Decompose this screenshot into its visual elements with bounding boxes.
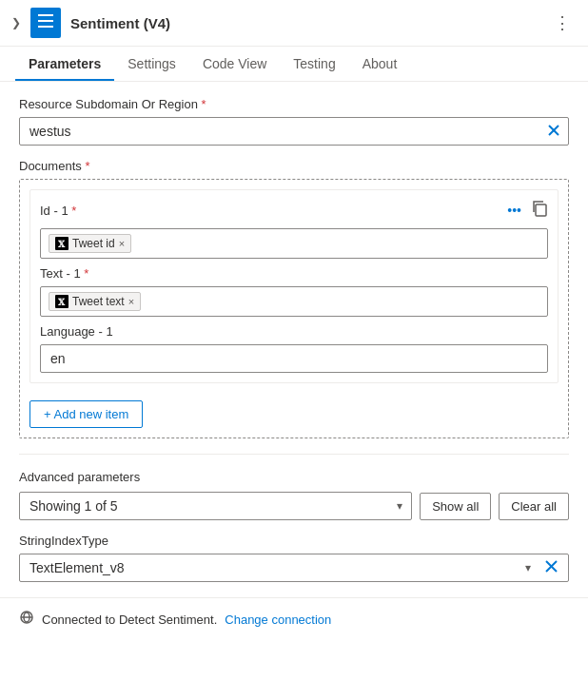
tag-icon: 𝕏	[55, 237, 69, 250]
string-index-select[interactable]: TextElement_v8	[19, 554, 569, 582]
doc-header: Id - 1 * •••	[40, 200, 548, 221]
id-tag-input[interactable]: 𝕏 Tweet id ×	[40, 228, 548, 259]
documents-label: Documents *	[19, 159, 569, 173]
tab-settings[interactable]: Settings	[114, 47, 189, 81]
more-options-icon[interactable]: ⋮	[548, 9, 577, 37]
resource-input[interactable]	[19, 117, 569, 146]
add-new-item-button[interactable]: + Add new item	[29, 400, 143, 428]
doc-id-label: Id - 1 *	[40, 204, 76, 218]
divider	[19, 454, 569, 455]
menu-icon-button[interactable]	[30, 8, 61, 38]
content-area: Resource Subdomain Or Region * Documents…	[0, 82, 588, 597]
show-all-button[interactable]: Show all	[420, 493, 491, 520]
documents-required-star: *	[85, 159, 89, 173]
doc-actions: •••	[503, 200, 548, 221]
string-index-label: StringIndexType	[19, 534, 569, 548]
tab-about[interactable]: About	[349, 47, 411, 81]
svg-rect-0	[38, 14, 53, 16]
menu-icon	[38, 14, 53, 31]
footer: Connected to Detect Sentiment. Change co…	[0, 597, 588, 640]
back-chevron-icon[interactable]: ❯	[11, 16, 21, 29]
tweet-text-tag-label: Tweet text	[72, 295, 125, 308]
advanced-row: Showing 1 of 5 ▾ Show all Clear all	[19, 492, 569, 520]
language-input[interactable]	[40, 344, 548, 373]
tweet-text-tag: 𝕏 Tweet text ×	[49, 292, 141, 311]
documents-container: Id - 1 * ••• 𝕏 Tweet i	[19, 179, 569, 438]
text-sub-label: Text - 1 *	[40, 266, 548, 281]
advanced-parameters-label: Advanced parameters	[19, 470, 569, 484]
connection-icon	[19, 610, 34, 629]
tweet-text-tag-remove[interactable]: ×	[128, 297, 134, 307]
advanced-select-wrapper: Showing 1 of 5 ▾	[19, 492, 412, 520]
string-index-clear-button[interactable]	[538, 555, 565, 580]
resource-clear-button[interactable]	[546, 122, 561, 141]
change-connection-link[interactable]: Change connection	[225, 612, 331, 627]
svg-rect-5	[536, 204, 546, 216]
text-tag-input[interactable]: 𝕏 Tweet text ×	[40, 286, 548, 317]
string-index-wrapper: TextElement_v8 ▾	[19, 554, 569, 582]
doc-copy-button[interactable]	[531, 200, 548, 221]
svg-text:𝕏: 𝕏	[58, 240, 66, 248]
tweet-text-tag-icon: 𝕏	[55, 295, 69, 308]
svg-rect-2	[38, 26, 53, 28]
tweet-id-tag: 𝕏 Tweet id ×	[49, 234, 131, 253]
language-sub-label: Language - 1	[40, 324, 548, 339]
svg-text:𝕏: 𝕏	[58, 298, 66, 306]
tab-parameters[interactable]: Parameters	[15, 47, 114, 81]
page-title: Sentiment (V4)	[70, 15, 539, 31]
header: ❯ Sentiment (V4) ⋮	[0, 0, 588, 47]
resource-label: Resource Subdomain Or Region *	[19, 97, 569, 111]
required-star: *	[202, 97, 206, 111]
clear-all-button[interactable]: Clear all	[499, 493, 569, 520]
document-item-1: Id - 1 * ••• 𝕏 Tweet i	[29, 189, 559, 383]
tab-codeview[interactable]: Code View	[189, 47, 280, 81]
connection-status-text: Connected to Detect Sentiment.	[42, 612, 217, 627]
advanced-select[interactable]: Showing 1 of 5	[19, 492, 412, 520]
tab-bar: Parameters Settings Code View Testing Ab…	[0, 47, 588, 82]
tweet-id-tag-remove[interactable]: ×	[119, 239, 125, 249]
tweet-id-tag-label: Tweet id	[72, 237, 115, 250]
doc-more-button[interactable]: •••	[503, 201, 525, 220]
tab-testing[interactable]: Testing	[280, 47, 348, 81]
svg-rect-1	[38, 20, 53, 22]
resource-input-wrapper	[19, 117, 569, 146]
